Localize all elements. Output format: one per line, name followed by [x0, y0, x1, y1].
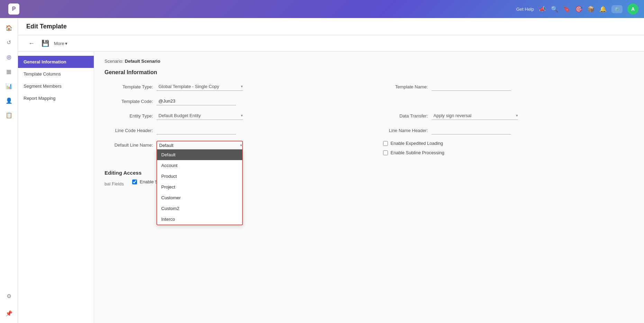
default-line-name-select-wrapper: Default ▾ Default Account Product Projec… — [156, 141, 243, 149]
right-column: Template Name: Data Transfer: — [380, 82, 634, 159]
entity-type-row: Entity Type: Default Budget Entity ▾ — [105, 112, 359, 120]
main-layout: General Information Template Columns Seg… — [18, 52, 644, 323]
sidebar-grid[interactable]: ▦ — [3, 65, 15, 78]
scenario-label: Scenario: Default Scenario — [105, 59, 634, 64]
template-code-label: Template Code: — [105, 99, 153, 104]
icon-sidebar: 🏠 ↺ ◎ ▦ 📊 👤 📋 ⚙ 📌 — [0, 18, 18, 323]
form-content: Scenario: Default Scenario General Infor… — [94, 52, 644, 323]
toolbar: ← 💾 More ▾ — [18, 35, 644, 52]
dropdown-item-custom2[interactable]: Custom2 — [157, 203, 242, 214]
line-name-header-input[interactable] — [432, 126, 511, 134]
more-dropdown[interactable]: More ▾ — [54, 41, 67, 46]
data-transfer-select-wrapper: Apply sign reversal ▾ — [432, 112, 518, 120]
line-code-header-input[interactable] — [156, 126, 236, 134]
page-header: Edit Template — [18, 18, 644, 35]
line-name-header-row: Line Name Header: — [380, 126, 634, 134]
more-label: More — [54, 41, 64, 46]
template-type-select-wrapper: Global Template - Single Copy ▾ — [156, 82, 243, 91]
enable-subline-processing-label: Enable Subline Processing — [391, 150, 444, 155]
back-button[interactable]: ← — [26, 38, 37, 49]
scenario-value: Default Scenario — [125, 59, 161, 64]
app-layout: 🏠 ↺ ◎ ▦ 📊 👤 📋 ⚙ 📌 Edit Template ← 💾 More… — [0, 18, 644, 323]
search-icon[interactable]: 🔍 — [551, 6, 558, 13]
default-line-name-arrow-icon: ▾ — [240, 143, 242, 148]
more-arrow-icon: ▾ — [65, 41, 67, 46]
dropdown-item-product[interactable]: Product — [157, 171, 242, 182]
entity-type-label: Entity Type: — [105, 113, 153, 119]
nav-template-columns[interactable]: Template Columns — [18, 68, 94, 80]
dropdown-item-default[interactable]: Default — [157, 149, 242, 160]
enable-spreads-checkbox[interactable] — [132, 180, 137, 184]
dropdown-item-customer[interactable]: Customer — [157, 192, 242, 203]
line-code-header-row: Line Code Header: — [105, 126, 359, 134]
gear-active-icon: ⚙️ — [614, 7, 620, 12]
app-logo: P — [8, 3, 19, 15]
page-title: Edit Template — [26, 23, 67, 30]
entity-type-select[interactable]: Default Budget Entity — [156, 112, 241, 120]
sidebar-pin[interactable]: 📌 — [3, 307, 15, 320]
entity-type-select-wrapper: Default Budget Entity ▾ — [156, 112, 243, 120]
template-code-row: Template Code: @Jun23 — [105, 97, 359, 105]
template-name-input[interactable] — [432, 82, 511, 91]
bookmark-icon[interactable]: 🔖 — [563, 6, 570, 13]
default-line-name-row: Default Line Name: Default ▾ Default Acc… — [105, 141, 359, 149]
form-grid: Template Type: Global Template - Single … — [105, 82, 634, 159]
general-info-title: General Information — [105, 69, 634, 76]
enable-expedited-loading-label: Enable Expedited Loading — [391, 141, 443, 146]
data-transfer-select[interactable]: Apply sign reversal — [432, 112, 516, 120]
content-area: Edit Template ← 💾 More ▾ General Informa… — [18, 18, 644, 323]
template-name-row: Template Name: — [380, 82, 634, 91]
megaphone-icon[interactable]: 📣 — [539, 6, 546, 13]
default-line-name-label: Default Line Name: — [105, 142, 153, 148]
line-code-header-label: Line Code Header: — [105, 128, 153, 133]
user-avatar[interactable]: A — [627, 3, 638, 15]
nav-general-information[interactable]: General Information — [18, 56, 94, 68]
sidebar-home[interactable]: 🏠 — [3, 21, 15, 34]
bell-icon[interactable]: 🔔 — [599, 6, 607, 13]
data-transfer-row: Data Transfer: Apply sign reversal ▾ — [380, 112, 634, 120]
enable-subline-processing-checkbox[interactable] — [383, 150, 388, 155]
template-type-row: Template Type: Global Template - Single … — [105, 82, 359, 91]
enable-expedited-loading-row: Enable Expedited Loading — [383, 141, 634, 146]
sidebar-tasks[interactable]: 📋 — [3, 109, 15, 121]
enable-expedited-loading-checkbox[interactable] — [383, 141, 388, 146]
dropdown-list: Default Account Product Project Customer… — [156, 149, 243, 225]
line-name-header-label: Line Name Header: — [380, 128, 428, 133]
data-transfer-arrow-icon: ▾ — [516, 113, 518, 118]
default-line-name-select[interactable]: Default — [157, 141, 240, 149]
entity-type-arrow-icon: ▾ — [241, 113, 243, 118]
template-type-label: Template Type: — [105, 84, 153, 89]
template-type-select[interactable]: Global Template - Single Copy — [156, 82, 241, 90]
data-transfer-label: Data Transfer: — [380, 113, 428, 119]
crosshair-icon[interactable]: 🎯 — [575, 6, 582, 13]
get-help-button[interactable]: Get Help — [516, 7, 534, 12]
nav-segment-members[interactable]: Segment Members — [18, 80, 94, 92]
enable-subline-processing-row: Enable Subline Processing — [383, 150, 634, 155]
sidebar-reports[interactable]: 📊 — [3, 80, 15, 92]
template-type-arrow-icon: ▾ — [241, 84, 243, 89]
sidebar-user[interactable]: 👤 — [3, 94, 15, 107]
left-nav-panel: General Information Template Columns Seg… — [18, 52, 94, 323]
box-icon[interactable]: 📦 — [587, 6, 595, 13]
active-settings-button[interactable]: ⚙️ — [611, 5, 623, 13]
sidebar-recent[interactable]: ↺ — [3, 36, 15, 49]
dropdown-item-interco[interactable]: Interco — [157, 214, 242, 225]
dropdown-item-account[interactable]: Account — [157, 160, 242, 171]
sidebar-main[interactable]: ◎ — [3, 51, 15, 63]
nav-report-mapping[interactable]: Report Mapping — [18, 92, 94, 104]
template-name-label: Template Name: — [380, 84, 428, 89]
template-code-input[interactable]: @Jun23 — [156, 97, 236, 105]
global-fields-label: bal Fields — [105, 181, 124, 186]
save-button[interactable]: 💾 — [39, 38, 51, 49]
top-navigation: P Get Help 📣 🔍 🔖 🎯 📦 🔔 ⚙️ A — [0, 0, 644, 18]
dropdown-item-project[interactable]: Project — [157, 182, 242, 192]
sidebar-settings[interactable]: ⚙ — [3, 290, 15, 302]
left-column: Template Type: Global Template - Single … — [105, 82, 359, 159]
